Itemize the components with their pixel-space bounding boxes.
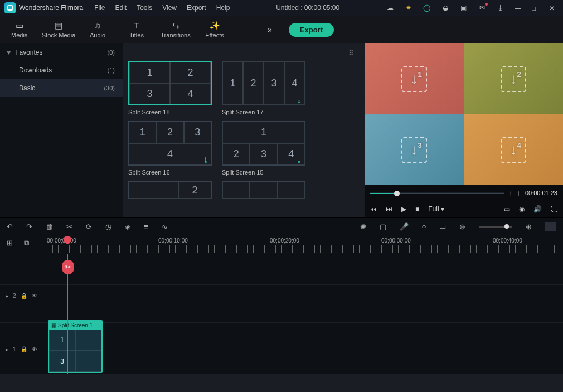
sidebar: ♥ Favorites (0) Downloads (1) Basic (30) xyxy=(0,43,123,217)
prev-frame-button[interactable]: ⏮ xyxy=(370,205,377,213)
close-button[interactable]: ✕ xyxy=(549,4,556,12)
transition-icon: ⇆ xyxy=(172,21,179,30)
stop-button[interactable]: ■ xyxy=(415,205,419,213)
mail-icon[interactable]: ✉ xyxy=(478,4,486,12)
sidebar-favorites[interactable]: ♥ Favorites (0) xyxy=(0,43,123,61)
brace-left[interactable]: { xyxy=(510,190,512,196)
track-type-icon: ▸ xyxy=(6,293,8,299)
track-row[interactable]: ▸ 2 🔒 👁 xyxy=(0,284,563,307)
save-icon[interactable]: ▣ xyxy=(459,4,468,12)
tab-audio[interactable]: ♫Audio xyxy=(78,18,117,42)
category-tabs: ▭Media ▤Stock Media ♫Audio TTitles ⇆Tran… xyxy=(0,16,563,43)
preview-canvas[interactable]: ↓1 ↓2 ↓3 ↓4 xyxy=(365,43,563,185)
cloud-icon[interactable]: ☁ xyxy=(386,4,394,12)
sparkle-icon: ✨ xyxy=(210,21,220,30)
zoom-slider[interactable] xyxy=(479,226,512,228)
volume-button[interactable]: 🔊 xyxy=(533,205,542,213)
visibility-icon[interactable]: 👁 xyxy=(32,346,37,352)
menu-tools[interactable]: Tools xyxy=(137,4,152,12)
audio-button[interactable]: ∿ xyxy=(162,222,168,231)
preview-slot-2[interactable]: ↓2 xyxy=(464,43,563,114)
timeline-ruler[interactable]: ⊞ ⧉ 00;00;00;00 00;00;10;00 00;00;20;00 … xyxy=(0,235,563,254)
tab-effects[interactable]: ✨Effects xyxy=(195,18,234,42)
zoom-out-button[interactable]: ⊖ xyxy=(459,222,465,231)
tab-transitions[interactable]: ⇆Transitions xyxy=(156,18,195,42)
preview-slot-1[interactable]: ↓1 xyxy=(365,43,464,114)
brace-right[interactable]: } xyxy=(517,190,520,196)
preview-slot-4[interactable]: ↓4 xyxy=(464,114,563,185)
tab-media[interactable]: ▭Media xyxy=(0,18,39,42)
lock-icon[interactable]: 🔒 xyxy=(21,293,27,299)
sidebar-downloads[interactable]: Downloads (1) xyxy=(0,61,123,79)
progress-track[interactable] xyxy=(370,192,504,194)
cut-indicator-icon[interactable]: ✂ xyxy=(62,260,74,274)
chain-button[interactable]: ⧉ xyxy=(24,239,29,248)
undo-button[interactable]: ↶ xyxy=(7,222,13,231)
visibility-icon[interactable]: 👁 xyxy=(32,293,37,299)
timeline-clip[interactable]: ▦Split Screen 1 1 3 xyxy=(48,320,103,373)
preview-time: 00:00:01:23 xyxy=(525,190,557,196)
lock-icon[interactable]: 🔒 xyxy=(21,346,27,352)
tab-titles[interactable]: TTitles xyxy=(117,18,156,42)
menu-view[interactable]: View xyxy=(162,4,177,12)
speed-button[interactable]: ◷ xyxy=(105,222,111,231)
grid-sort-icon[interactable]: ⠿ xyxy=(348,49,355,57)
download-badge-icon[interactable]: ⭳ xyxy=(296,156,303,164)
guide-button[interactable]: ▭ xyxy=(439,222,446,231)
download-icon[interactable]: ⭳ xyxy=(496,4,504,12)
track-type-icon: ▸ xyxy=(6,346,8,352)
sidebar-basic[interactable]: Basic (30) xyxy=(0,79,123,97)
template-thumb-partial[interactable]: 2 xyxy=(128,181,212,199)
template-label: Split Screen 16 xyxy=(128,169,212,176)
template-thumb-partial[interactable] xyxy=(222,181,305,199)
add-track-button[interactable]: ⊞ xyxy=(7,239,13,247)
crop-button[interactable]: ⟳ xyxy=(86,222,92,231)
record-button[interactable]: 🎤 xyxy=(400,222,409,231)
redo-button[interactable]: ↷ xyxy=(26,222,32,231)
cut-button[interactable]: ✂ xyxy=(66,222,72,231)
tab-stock-media[interactable]: ▤Stock Media xyxy=(39,18,78,42)
download-badge-icon[interactable]: ⭳ xyxy=(296,96,303,104)
title-bar: Wondershare Filmora File Edit Tools View… xyxy=(0,0,563,16)
template-label: Split Screen 17 xyxy=(222,109,305,115)
account-icon[interactable]: ◒ xyxy=(441,4,449,12)
clip-title: Split Screen 1 xyxy=(58,322,93,328)
template-thumb-split-screen-17[interactable]: 1 2 3 4 ⭳ xyxy=(222,61,305,105)
monitor-icon[interactable]: ▭ xyxy=(504,205,510,213)
support-icon[interactable]: ◯ xyxy=(423,4,431,12)
play-button[interactable]: ▶ xyxy=(401,205,406,213)
adjust-button[interactable]: ≡ xyxy=(144,222,148,231)
render-button[interactable]: ✺ xyxy=(360,222,366,231)
timeline-snap-toggle[interactable] xyxy=(545,222,556,231)
template-thumb-split-screen-16[interactable]: 1 2 3 4 ⭳ xyxy=(128,121,212,166)
zoom-in-button[interactable]: ⊕ xyxy=(526,222,532,231)
middle-panel: ♥ Favorites (0) Downloads (1) Basic (30)… xyxy=(0,43,563,217)
track-row[interactable]: ▸ 1 🔒 👁 ▦Split Screen 1 1 3 xyxy=(0,322,563,376)
template-item: 1 2 3 4 ⭳ Split Screen 17 xyxy=(222,61,305,115)
download-badge-icon[interactable]: ⭳ xyxy=(202,156,209,164)
menu-file[interactable]: File xyxy=(94,4,105,12)
template-thumb-split-screen-15[interactable]: 1 2 3 4 ⭳ xyxy=(222,121,305,166)
tips-icon[interactable]: ✷ xyxy=(404,4,412,12)
folder-icon: ▭ xyxy=(16,21,23,30)
playhead[interactable] xyxy=(67,236,71,244)
mixer-button[interactable]: 𝄐 xyxy=(422,222,426,231)
snapshot-button[interactable]: ◉ xyxy=(519,205,525,213)
template-gallery: ◀ ⠿ 1 2 3 4 Split Screen 18 1 2 3 4 xyxy=(123,43,365,217)
app-name: Wondershare Filmora xyxy=(19,4,83,12)
template-thumb-split-screen-18[interactable]: 1 2 3 4 xyxy=(128,61,212,105)
minimize-button[interactable]: — xyxy=(515,4,522,12)
color-button[interactable]: ◈ xyxy=(125,222,130,231)
delete-button[interactable]: 🗑 xyxy=(46,222,53,231)
fullscreen-button[interactable]: ⛶ xyxy=(551,205,557,213)
menu-help[interactable]: Help xyxy=(216,4,230,12)
next-frame-button[interactable]: ⏭ xyxy=(386,205,392,213)
export-button[interactable]: Export xyxy=(289,23,334,37)
menu-export[interactable]: Export xyxy=(187,4,206,12)
maximize-button[interactable]: □ xyxy=(532,4,539,12)
marker-button[interactable]: ▢ xyxy=(380,222,386,231)
menu-edit[interactable]: Edit xyxy=(115,4,127,12)
preview-slot-3[interactable]: ↓3 xyxy=(365,114,464,185)
more-tabs-icon[interactable]: » xyxy=(268,25,272,34)
fit-dropdown[interactable]: Full ▾ xyxy=(428,205,444,213)
